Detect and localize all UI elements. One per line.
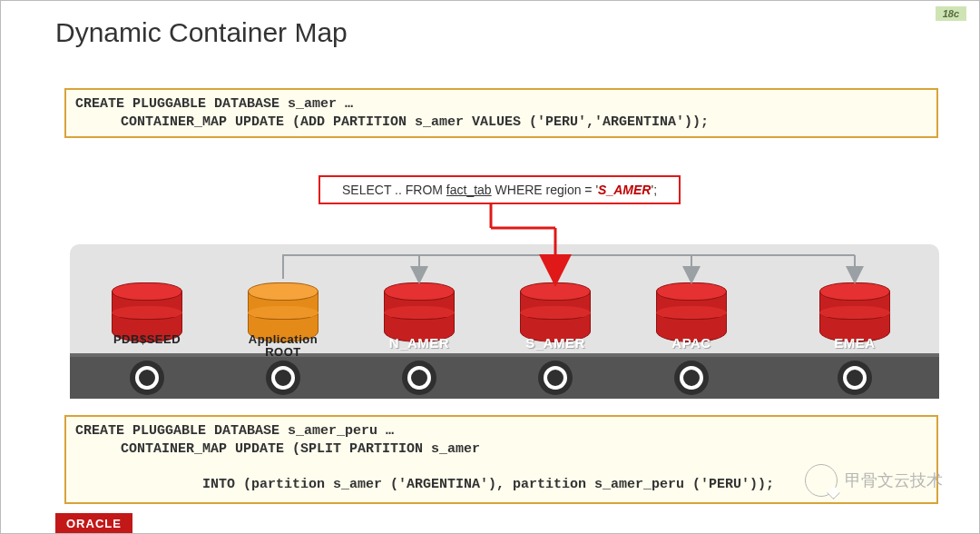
db-label: Application ROOT <box>220 333 346 360</box>
code-block-create-add: CREATE PLUGGABLE DATABASE s_amer … CONTA… <box>64 88 938 138</box>
wheel-icon <box>838 361 872 395</box>
oracle-logo: ORACLE <box>55 513 132 533</box>
code-line: CONTAINER_MAP UPDATE (ADD PARTITION s_am… <box>75 114 927 132</box>
db-pdbseed: PDB$SEED <box>112 282 182 342</box>
wheel-icon <box>674 361 709 395</box>
wechat-icon <box>805 464 838 497</box>
container-band: PDB$SEED Application ROOT N_AMER S_AMER … <box>70 244 939 399</box>
slide: 18c Dynamic Container Map CREATE PLUGGAB… <box>0 0 980 534</box>
query-text: '; <box>651 183 657 197</box>
wheel-icon <box>402 361 436 395</box>
query-text: WHERE region = ' <box>492 183 598 197</box>
wheel-icon <box>538 361 573 395</box>
db-label: N_AMER <box>357 335 482 351</box>
code-line: INTO (partition s_amer ('ARGENTINA'), pa… <box>75 476 927 494</box>
query-table: fact_tab <box>446 183 492 197</box>
query-text: SELECT .. FROM <box>342 183 446 197</box>
code-line: CREATE PLUGGABLE DATABASE s_amer … <box>75 96 353 112</box>
version-badge: 18c <box>936 6 966 21</box>
code-line: CONTAINER_MAP UPDATE (SPLIT PARTITION s_… <box>75 440 927 459</box>
code-line: CREATE PLUGGABLE DATABASE s_amer_peru … <box>75 423 394 439</box>
cylinder-icon <box>384 282 455 342</box>
db-label: EMEA <box>792 335 917 351</box>
cylinder-icon <box>520 282 591 342</box>
db-label: PDB$SEED <box>84 333 210 346</box>
cylinder-icon <box>819 282 890 342</box>
db-s-amer: S_AMER <box>520 282 591 342</box>
db-emea: EMEA <box>819 282 890 342</box>
db-apac: APAC <box>656 282 727 342</box>
wheel-icon <box>266 361 300 395</box>
watermark-text: 甲骨文云技术 <box>845 470 943 491</box>
rail <box>70 353 939 399</box>
db-label: S_AMER <box>493 335 618 351</box>
db-label-line: Application <box>249 332 318 346</box>
query-highlight: S_AMER <box>598 183 651 197</box>
watermark: 甲骨文云技术 <box>805 464 943 497</box>
wheel-icon <box>130 361 164 395</box>
db-app-root: Application ROOT <box>248 282 318 342</box>
query-box: SELECT .. FROM fact_tab WHERE region = '… <box>318 175 681 204</box>
db-label: APAC <box>629 335 754 351</box>
db-label-line: ROOT <box>265 345 301 359</box>
cylinder-icon <box>656 282 727 342</box>
db-n-amer: N_AMER <box>384 282 455 342</box>
slide-title: Dynamic Container Map <box>55 17 348 48</box>
